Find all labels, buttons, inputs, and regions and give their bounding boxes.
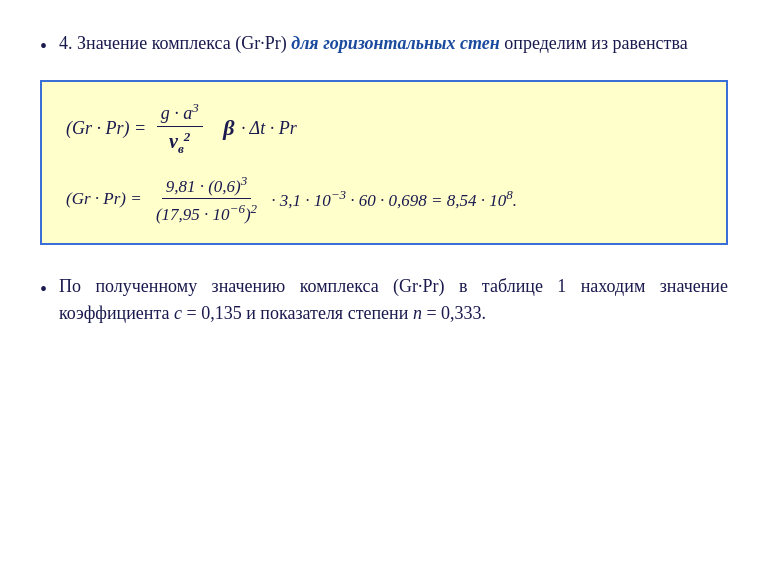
gr-pr-lhs-2: (Gr · Pr) = xyxy=(66,189,146,209)
beta-symbol: β xyxy=(223,115,234,141)
main-content: • 4. Значение комплекса (Gr·Pr) для гори… xyxy=(40,30,728,546)
fraction-2: 9,81 · (0,6)3 (17,95 · 10−6)2 xyxy=(152,173,261,225)
bullet-item-2: • По полученному значению комплекса (Gr·… xyxy=(40,273,728,327)
bullet-char-1: • xyxy=(40,32,47,60)
bullet-char-2: • xyxy=(40,275,47,303)
formula-line-1: (Gr · Pr) = g · a3 νв2 β · Δt · Pr xyxy=(66,100,702,157)
bullet-text-1: 4. Значение комплекса (Gr·Pr) для горизо… xyxy=(59,30,688,57)
gr-pr-lhs-1: (Gr · Pr) = xyxy=(66,118,151,139)
coeff-c: c xyxy=(174,303,182,323)
coeff-n: n xyxy=(413,303,422,323)
rhs-2: · 3,1 · 10−3 · 60 · 0,698 = 8,54 · 108. xyxy=(267,187,517,211)
exp-neg3: −3 xyxy=(331,187,346,202)
exp-sq: 2 xyxy=(251,201,258,216)
fraction-numerator-1: g · a3 xyxy=(157,100,203,127)
text-part2: определим из равенства xyxy=(500,33,688,53)
fraction-denominator-1: νв2 xyxy=(165,127,194,157)
formula-lhs-2: (Gr · Pr) = 9,81 · (0,6)3 (17,95 · 10−6)… xyxy=(66,173,517,225)
fraction-numerator-2: 9,81 · (0,6)3 xyxy=(162,173,252,200)
exp-neg6: −6 xyxy=(230,201,245,216)
nu-symbol: ν xyxy=(169,130,178,152)
rhs-rest-1: · Δt · Pr xyxy=(236,118,296,139)
formula-box: (Gr · Pr) = g · a3 νв2 β · Δt · Pr (Gr ·… xyxy=(40,80,728,245)
text-italic-1: для горизонтальных стен xyxy=(291,33,500,53)
exp-3-2: 3 xyxy=(241,173,248,188)
formula-line-2: (Gr · Pr) = 9,81 · (0,6)3 (17,95 · 10−6)… xyxy=(66,173,702,225)
formula-lhs-1: (Gr · Pr) = g · a3 νв2 β · Δt · Pr xyxy=(66,100,297,157)
nu-exp: 2 xyxy=(184,129,191,144)
bullet-text-2: По полученному значению комплекса (Gr·Pr… xyxy=(59,273,728,327)
text-part1: 4. Значение комплекса (Gr·Pr) xyxy=(59,33,291,53)
fraction-denominator-2: (17,95 · 10−6)2 xyxy=(152,199,261,225)
bullet-item-1: • 4. Значение комплекса (Gr·Pr) для гори… xyxy=(40,30,728,60)
exp-3-1: 3 xyxy=(192,100,199,115)
space-1 xyxy=(217,118,222,139)
fraction-1: g · a3 νв2 xyxy=(157,100,203,157)
exp-8: 8 xyxy=(506,187,513,202)
